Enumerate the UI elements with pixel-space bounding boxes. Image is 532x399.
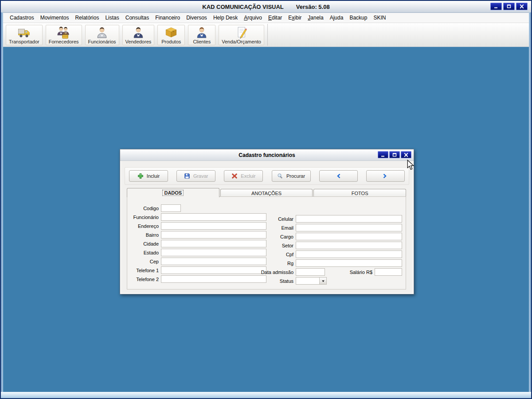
menu-item-diversos[interactable]: Diversos [183,15,210,21]
endereco-label: Endereço [130,223,161,229]
menu-item-arquivo[interactable]: Arquivo [241,15,265,21]
dialog-tabs: DADOSANOTAÇÕESFOTOS [127,189,406,197]
toolbar-button-fornecedores[interactable]: Fornecedores [46,25,82,45]
window-maximize-button[interactable] [503,3,515,10]
rg-label: Rg [260,261,296,266]
codigo-label: Codigo [130,206,161,211]
dialog-titlebar[interactable]: Cadastro funcionários [120,149,414,161]
window-frame-left [1,12,3,392]
toolbar-button-produtos[interactable]: Produtos [157,25,185,45]
menu-item-editar[interactable]: Editar [265,15,285,21]
cep-input[interactable] [161,258,266,265]
minimize-icon [380,153,386,157]
toolbar-button-clientes[interactable]: Clientes [188,25,215,45]
field-row-rg: Rg [260,259,402,267]
procurar-button[interactable]: Procurar [272,170,311,182]
dialog-action-toolbar: IncluirGravarExcluirProcurar [125,167,409,185]
field-row-bairro: Bairro [130,231,266,239]
cep-label: Cep [130,259,161,264]
menu-item-ajuda[interactable]: Ajuda [327,15,347,21]
button-label: Gravar [193,173,208,179]
setor-input[interactable] [296,242,402,249]
excluir-button[interactable]: Excluir [224,170,263,182]
arrow-left-icon [335,173,341,179]
status-dropdown-button[interactable] [319,278,326,284]
maximize-icon [392,153,397,157]
toolbar-button-label: Produtos [161,39,181,44]
window-minimize-button[interactable] [490,3,502,10]
celular-input[interactable] [296,215,402,223]
toolbar-button-label: Clientes [193,39,211,44]
bairro-input[interactable] [161,231,266,239]
toolbar-button-funcionarios[interactable]: Funcionários [85,25,119,45]
menu-bar: CadastrosMovimentosRelatóriosListasConsu… [3,13,529,23]
cargo-input[interactable] [296,233,402,240]
gravar-button[interactable]: Gravar [176,170,215,182]
window-frame-bottom [1,392,531,398]
status-input[interactable] [296,278,319,284]
salario-label: Salário R$ [325,270,375,275]
status-label: Status [247,278,296,284]
toolbar-button-label: Transportador [9,39,39,44]
dialog-maximize-button[interactable] [389,151,400,158]
dialog-close-button[interactable] [401,151,411,158]
rg-input[interactable] [296,259,402,267]
arrow-right-button[interactable] [366,170,405,182]
incluir-button[interactable]: Incluir [129,170,168,182]
app-title: KAD COMUNICAÇÃO VISUAL [202,4,283,10]
funcionario-label: Funcionário [130,215,161,220]
field-row-endereco: Endereço [130,222,266,230]
telefone-2-label: Telefone 2 [130,277,161,282]
menu-item-skin[interactable]: SKIN [370,15,389,21]
plus-icon [137,173,144,179]
menu-item-consultas[interactable]: Consultas [122,15,152,21]
menu-item-relatorios[interactable]: Relatórios [72,15,102,21]
funcionario-input[interactable] [161,213,266,221]
main-titlebar[interactable]: KAD COMUNICAÇÃO VISUAL Versão: 5.08 [1,1,531,13]
window-frame-right [529,12,531,392]
menu-item-janela[interactable]: Janela [305,15,326,21]
data-admissao-label: Data admissão [247,270,296,275]
salario-input[interactable] [375,268,402,276]
field-row-codigo: Codigo [130,204,181,212]
field-row-telefone-2: Telefone 2 [130,275,266,283]
codigo-input[interactable] [161,204,181,212]
toolbar-button-vendedores[interactable]: Vendedores [122,25,155,45]
dialog-window-controls [378,151,411,158]
employee-registration-dialog: Cadastro funcionários IncluirGravarExclu… [120,149,414,294]
minimize-icon [493,4,499,9]
application-window: KAD COMUNICAÇÃO VISUAL Versão: 5.08 Cada… [0,0,532,399]
endereco-input[interactable] [161,222,266,230]
cidade-input[interactable] [161,240,266,247]
menu-item-cadastros[interactable]: Cadastros [7,15,37,21]
product-box-icon [164,26,178,39]
tab-dados[interactable]: DADOS [127,188,219,197]
arrow-left-button[interactable] [319,170,358,182]
toolbar-button-transportador[interactable]: Transportador [6,25,43,45]
dialog-minimize-button[interactable] [378,151,388,158]
field-row-cargo: Cargo [260,233,402,240]
menu-item-backup[interactable]: Backup [346,15,370,21]
field-row-cep: Cep [130,258,266,265]
estado-input[interactable] [161,249,266,256]
menu-item-exibir[interactable]: Exibir [285,15,305,21]
menu-item-financeiro[interactable]: Financeiro [152,15,183,21]
tab-fotos[interactable]: FOTOS [313,189,406,197]
truck-icon [17,26,31,39]
status-combobox[interactable] [296,277,327,285]
field-row-cpf: Cpf [260,250,402,258]
menu-item-listas[interactable]: Listas [102,15,122,21]
suppliers-icon [57,26,70,39]
main-window-controls [490,3,528,10]
close-icon [519,4,524,9]
cpf-input[interactable] [296,250,402,258]
field-row-celular: Celular [260,215,402,223]
window-close-button[interactable] [516,3,528,10]
button-label: Incluir [147,173,160,179]
menu-item-help-desk[interactable]: Help Desk [210,15,241,21]
email-input[interactable] [296,224,402,231]
toolbar-button-venda-orcamento[interactable]: Venda/Orçamento [219,25,264,45]
menu-item-movimentos[interactable]: Movimentos [37,15,72,21]
data-admissao-input[interactable] [296,268,325,276]
tab-anotacoes[interactable]: ANOTAÇÕES [220,189,313,197]
